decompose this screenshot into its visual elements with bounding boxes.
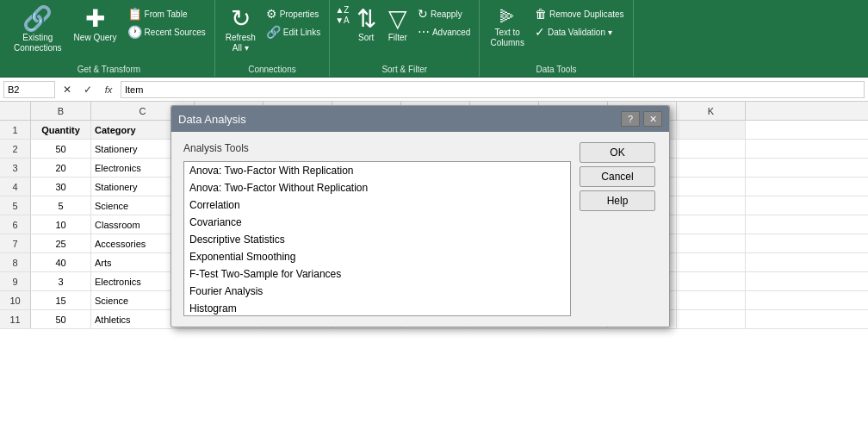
list-item[interactable]: Covariance <box>184 214 570 231</box>
list-item[interactable]: Histogram <box>184 300 570 315</box>
dialog-overlay: Data Analysis ? ✕ Analysis Tools Anova: … <box>0 0 868 436</box>
dialog-body: Analysis Tools Anova: Two-Factor With Re… <box>171 132 669 327</box>
dialog-left-panel: Analysis Tools Anova: Two-Factor With Re… <box>183 142 571 316</box>
analysis-tools-list-container: Anova: Two-Factor With ReplicationAnova:… <box>183 161 571 316</box>
dialog-controls: ? ✕ <box>621 111 662 127</box>
ok-button[interactable]: OK <box>580 142 655 163</box>
data-analysis-dialog: Data Analysis ? ✕ Analysis Tools Anova: … <box>170 105 670 327</box>
analysis-tools-label: Analysis Tools <box>183 142 571 154</box>
dialog-right-panel: OK Cancel Help <box>580 142 657 316</box>
analysis-tools-list[interactable]: Anova: Two-Factor With ReplicationAnova:… <box>184 162 570 315</box>
list-item[interactable]: Fourier Analysis <box>184 283 570 300</box>
list-item[interactable]: Correlation <box>184 196 570 214</box>
list-item[interactable]: Anova: Two-Factor With Replication <box>184 162 570 179</box>
dialog-titlebar: Data Analysis ? ✕ <box>171 106 669 132</box>
list-item[interactable]: Descriptive Statistics <box>184 231 570 248</box>
list-item[interactable]: Anova: Two-Factor Without Replication <box>184 179 570 196</box>
dialog-title: Data Analysis <box>178 113 246 126</box>
list-item[interactable]: F-Test Two-Sample for Variances <box>184 265 570 283</box>
dialog-close-button[interactable]: ✕ <box>643 111 662 127</box>
help-button[interactable]: Help <box>580 190 655 211</box>
cancel-button[interactable]: Cancel <box>580 166 655 187</box>
dialog-help-button[interactable]: ? <box>621 111 640 127</box>
list-item[interactable]: Exponential Smoothing <box>184 248 570 265</box>
